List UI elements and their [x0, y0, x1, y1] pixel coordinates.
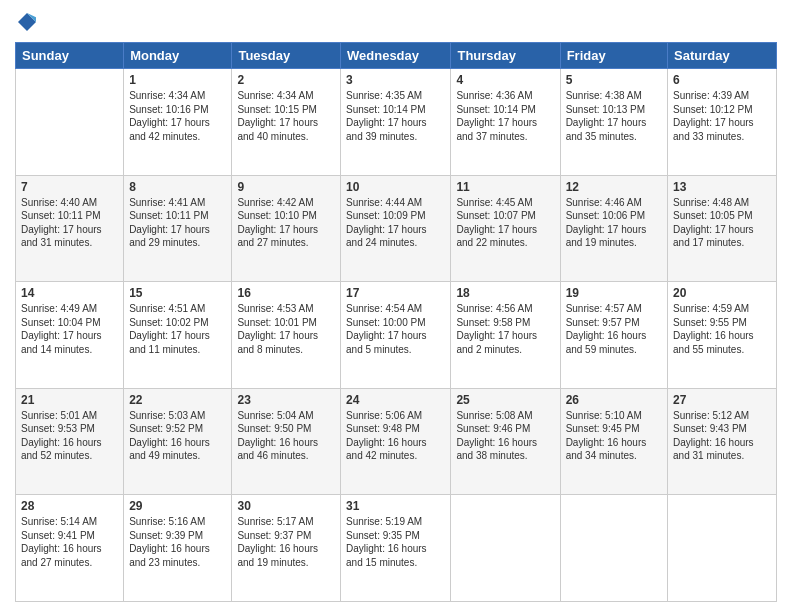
calendar-cell: 24Sunrise: 5:06 AM Sunset: 9:48 PM Dayli… — [341, 388, 451, 495]
weekday-header-wednesday: Wednesday — [341, 43, 451, 69]
day-number: 19 — [566, 286, 662, 300]
day-number: 2 — [237, 73, 335, 87]
day-number: 9 — [237, 180, 335, 194]
day-number: 7 — [21, 180, 118, 194]
day-content: Sunrise: 5:03 AM Sunset: 9:52 PM Dayligh… — [129, 409, 226, 463]
day-number: 8 — [129, 180, 226, 194]
day-content: Sunrise: 4:42 AM Sunset: 10:10 PM Daylig… — [237, 196, 335, 250]
calendar-cell: 22Sunrise: 5:03 AM Sunset: 9:52 PM Dayli… — [124, 388, 232, 495]
calendar-cell — [668, 495, 777, 602]
day-content: Sunrise: 5:12 AM Sunset: 9:43 PM Dayligh… — [673, 409, 771, 463]
day-content: Sunrise: 5:01 AM Sunset: 9:53 PM Dayligh… — [21, 409, 118, 463]
calendar-cell: 28Sunrise: 5:14 AM Sunset: 9:41 PM Dayli… — [16, 495, 124, 602]
weekday-header-thursday: Thursday — [451, 43, 560, 69]
calendar-cell: 13Sunrise: 4:48 AM Sunset: 10:05 PM Dayl… — [668, 175, 777, 282]
day-content: Sunrise: 4:44 AM Sunset: 10:09 PM Daylig… — [346, 196, 445, 250]
day-content: Sunrise: 4:41 AM Sunset: 10:11 PM Daylig… — [129, 196, 226, 250]
week-row-5: 28Sunrise: 5:14 AM Sunset: 9:41 PM Dayli… — [16, 495, 777, 602]
logo-icon — [15, 10, 39, 34]
calendar-cell: 1Sunrise: 4:34 AM Sunset: 10:16 PM Dayli… — [124, 69, 232, 176]
weekday-header-sunday: Sunday — [16, 43, 124, 69]
day-number: 27 — [673, 393, 771, 407]
day-number: 18 — [456, 286, 554, 300]
day-number: 31 — [346, 499, 445, 513]
calendar-cell: 31Sunrise: 5:19 AM Sunset: 9:35 PM Dayli… — [341, 495, 451, 602]
day-number: 4 — [456, 73, 554, 87]
calendar-cell — [451, 495, 560, 602]
day-number: 10 — [346, 180, 445, 194]
calendar-cell: 7Sunrise: 4:40 AM Sunset: 10:11 PM Dayli… — [16, 175, 124, 282]
day-number: 26 — [566, 393, 662, 407]
day-content: Sunrise: 4:54 AM Sunset: 10:00 PM Daylig… — [346, 302, 445, 356]
day-number: 16 — [237, 286, 335, 300]
calendar-cell: 14Sunrise: 4:49 AM Sunset: 10:04 PM Dayl… — [16, 282, 124, 389]
day-number: 21 — [21, 393, 118, 407]
calendar-cell: 18Sunrise: 4:56 AM Sunset: 9:58 PM Dayli… — [451, 282, 560, 389]
calendar-cell: 19Sunrise: 4:57 AM Sunset: 9:57 PM Dayli… — [560, 282, 667, 389]
calendar-cell: 12Sunrise: 4:46 AM Sunset: 10:06 PM Dayl… — [560, 175, 667, 282]
weekday-header-monday: Monday — [124, 43, 232, 69]
day-content: Sunrise: 4:45 AM Sunset: 10:07 PM Daylig… — [456, 196, 554, 250]
day-number: 5 — [566, 73, 662, 87]
header — [15, 10, 777, 34]
day-content: Sunrise: 4:51 AM Sunset: 10:02 PM Daylig… — [129, 302, 226, 356]
calendar-cell: 29Sunrise: 5:16 AM Sunset: 9:39 PM Dayli… — [124, 495, 232, 602]
calendar-cell: 20Sunrise: 4:59 AM Sunset: 9:55 PM Dayli… — [668, 282, 777, 389]
day-content: Sunrise: 4:59 AM Sunset: 9:55 PM Dayligh… — [673, 302, 771, 356]
day-number: 3 — [346, 73, 445, 87]
day-content: Sunrise: 5:08 AM Sunset: 9:46 PM Dayligh… — [456, 409, 554, 463]
weekday-header-row: SundayMondayTuesdayWednesdayThursdayFrid… — [16, 43, 777, 69]
day-content: Sunrise: 5:14 AM Sunset: 9:41 PM Dayligh… — [21, 515, 118, 569]
day-number: 17 — [346, 286, 445, 300]
day-number: 24 — [346, 393, 445, 407]
logo — [15, 10, 41, 34]
calendar-table: SundayMondayTuesdayWednesdayThursdayFrid… — [15, 42, 777, 602]
calendar-cell: 8Sunrise: 4:41 AM Sunset: 10:11 PM Dayli… — [124, 175, 232, 282]
day-content: Sunrise: 4:49 AM Sunset: 10:04 PM Daylig… — [21, 302, 118, 356]
day-number: 30 — [237, 499, 335, 513]
week-row-3: 14Sunrise: 4:49 AM Sunset: 10:04 PM Dayl… — [16, 282, 777, 389]
day-content: Sunrise: 4:39 AM Sunset: 10:12 PM Daylig… — [673, 89, 771, 143]
day-number: 15 — [129, 286, 226, 300]
day-content: Sunrise: 5:17 AM Sunset: 9:37 PM Dayligh… — [237, 515, 335, 569]
calendar-cell: 21Sunrise: 5:01 AM Sunset: 9:53 PM Dayli… — [16, 388, 124, 495]
calendar-cell: 3Sunrise: 4:35 AM Sunset: 10:14 PM Dayli… — [341, 69, 451, 176]
day-number: 28 — [21, 499, 118, 513]
calendar-cell — [560, 495, 667, 602]
day-content: Sunrise: 5:04 AM Sunset: 9:50 PM Dayligh… — [237, 409, 335, 463]
day-content: Sunrise: 4:56 AM Sunset: 9:58 PM Dayligh… — [456, 302, 554, 356]
calendar-cell: 16Sunrise: 4:53 AM Sunset: 10:01 PM Dayl… — [232, 282, 341, 389]
calendar-cell: 15Sunrise: 4:51 AM Sunset: 10:02 PM Dayl… — [124, 282, 232, 389]
day-number: 12 — [566, 180, 662, 194]
day-number: 23 — [237, 393, 335, 407]
day-number: 6 — [673, 73, 771, 87]
day-content: Sunrise: 5:19 AM Sunset: 9:35 PM Dayligh… — [346, 515, 445, 569]
day-content: Sunrise: 4:57 AM Sunset: 9:57 PM Dayligh… — [566, 302, 662, 356]
week-row-4: 21Sunrise: 5:01 AM Sunset: 9:53 PM Dayli… — [16, 388, 777, 495]
calendar-cell: 30Sunrise: 5:17 AM Sunset: 9:37 PM Dayli… — [232, 495, 341, 602]
day-number: 13 — [673, 180, 771, 194]
calendar-cell: 4Sunrise: 4:36 AM Sunset: 10:14 PM Dayli… — [451, 69, 560, 176]
week-row-2: 7Sunrise: 4:40 AM Sunset: 10:11 PM Dayli… — [16, 175, 777, 282]
weekday-header-saturday: Saturday — [668, 43, 777, 69]
day-content: Sunrise: 4:34 AM Sunset: 10:15 PM Daylig… — [237, 89, 335, 143]
svg-marker-0 — [18, 13, 36, 31]
calendar-cell: 23Sunrise: 5:04 AM Sunset: 9:50 PM Dayli… — [232, 388, 341, 495]
day-number: 29 — [129, 499, 226, 513]
weekday-header-friday: Friday — [560, 43, 667, 69]
day-number: 25 — [456, 393, 554, 407]
calendar-cell: 26Sunrise: 5:10 AM Sunset: 9:45 PM Dayli… — [560, 388, 667, 495]
calendar-cell: 9Sunrise: 4:42 AM Sunset: 10:10 PM Dayli… — [232, 175, 341, 282]
calendar-cell: 6Sunrise: 4:39 AM Sunset: 10:12 PM Dayli… — [668, 69, 777, 176]
calendar-cell: 27Sunrise: 5:12 AM Sunset: 9:43 PM Dayli… — [668, 388, 777, 495]
calendar-cell — [16, 69, 124, 176]
calendar-cell: 17Sunrise: 4:54 AM Sunset: 10:00 PM Dayl… — [341, 282, 451, 389]
weekday-header-tuesday: Tuesday — [232, 43, 341, 69]
day-content: Sunrise: 4:38 AM Sunset: 10:13 PM Daylig… — [566, 89, 662, 143]
day-content: Sunrise: 4:40 AM Sunset: 10:11 PM Daylig… — [21, 196, 118, 250]
day-number: 1 — [129, 73, 226, 87]
calendar-cell: 10Sunrise: 4:44 AM Sunset: 10:09 PM Dayl… — [341, 175, 451, 282]
day-number: 14 — [21, 286, 118, 300]
day-number: 11 — [456, 180, 554, 194]
day-content: Sunrise: 4:53 AM Sunset: 10:01 PM Daylig… — [237, 302, 335, 356]
